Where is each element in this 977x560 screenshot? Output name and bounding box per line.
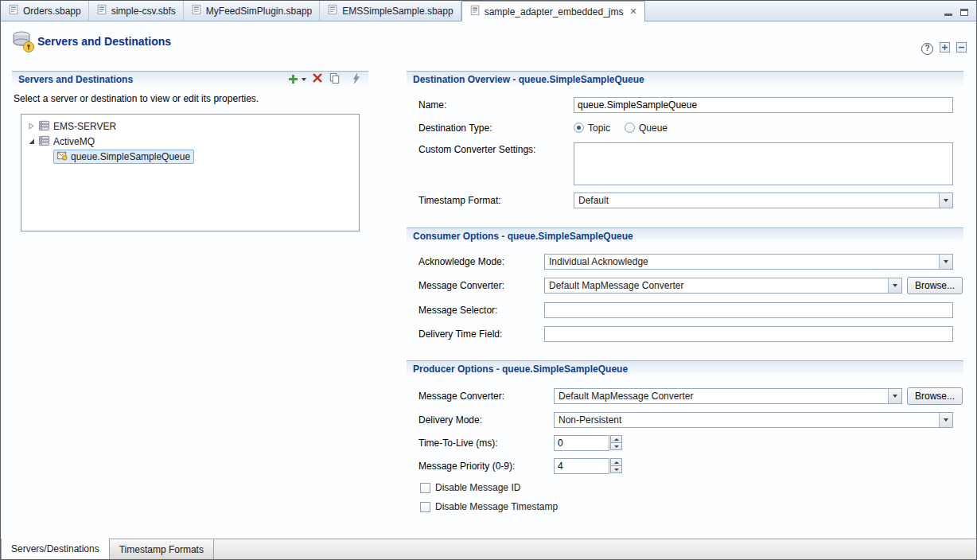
message-selector-input[interactable] bbox=[544, 302, 953, 318]
chevron-expanded-icon[interactable] bbox=[28, 138, 35, 145]
page-header: Servers and Destinations ? bbox=[1, 21, 976, 64]
editor-tab-label: sample_adapter_embedded_jms bbox=[485, 6, 624, 18]
message-priority-label: Message Priority (0-9): bbox=[418, 461, 554, 472]
message-priority-spinner bbox=[554, 458, 622, 474]
tree-item-label: queue.SimpleSampleQueue bbox=[71, 151, 190, 162]
servers-tree: EMS-SERVER ActiveMQ queue.SimpleSampleQu… bbox=[21, 114, 360, 231]
custom-converter-settings-textarea[interactable] bbox=[574, 142, 953, 185]
consumer-browse-button[interactable]: Browse... bbox=[907, 277, 963, 294]
section-title: Destination Overview - queue.SimpleSampl… bbox=[413, 74, 644, 85]
copy-button[interactable] bbox=[329, 72, 341, 87]
queue-icon bbox=[56, 150, 68, 164]
header-toolbar: ? bbox=[921, 42, 967, 55]
chevron-down-icon[interactable] bbox=[888, 389, 901, 403]
application-window: Orders.sbapp simple-csv.sbfs MyFeedSimPl… bbox=[0, 0, 977, 560]
editor-tab-sample-adapter-embedded-jms[interactable]: sample_adapter_embedded_jms ✕ bbox=[461, 1, 645, 21]
timestamp-format-combo[interactable]: Default bbox=[574, 192, 953, 208]
view-controls bbox=[944, 9, 976, 21]
expand-sections-icon[interactable] bbox=[940, 42, 950, 55]
destination-type-radio-group: Topic Queue bbox=[574, 122, 668, 134]
editor-tab-bar: Orders.sbapp simple-csv.sbfs MyFeedSimPl… bbox=[1, 1, 976, 21]
disable-message-timestamp-checkbox[interactable] bbox=[420, 502, 430, 512]
section-title: Consumer Options - queue.SimpleSampleQue… bbox=[413, 231, 633, 242]
file-icon bbox=[191, 4, 202, 18]
editor-tab-orders[interactable]: Orders.sbapp bbox=[1, 1, 89, 21]
consumer-options-section: Consumer Options - queue.SimpleSampleQue… bbox=[407, 228, 963, 348]
timestamp-format-label: Timestamp Format: bbox=[418, 195, 574, 206]
chevron-down-icon[interactable] bbox=[939, 413, 952, 427]
consumer-options-header: Consumer Options - queue.SimpleSampleQue… bbox=[407, 228, 963, 243]
time-to-live-input[interactable] bbox=[554, 435, 609, 451]
tab-timestamp-formats[interactable]: Timestamp Formats bbox=[110, 539, 214, 559]
tree-item-ems-server[interactable]: EMS-SERVER bbox=[21, 119, 359, 134]
consumer-message-converter-combo[interactable]: Default MapMessage Converter bbox=[544, 278, 902, 294]
editor-tab-simple-csv[interactable]: simple-csv.sbfs bbox=[89, 1, 184, 21]
file-icon bbox=[8, 4, 19, 18]
spinner-down-icon[interactable] bbox=[610, 442, 622, 450]
combo-value: Default bbox=[574, 193, 939, 208]
custom-converter-settings-label: Custom Converter Settings: bbox=[418, 142, 574, 155]
chevron-down-icon[interactable] bbox=[939, 255, 952, 269]
topic-radio[interactable] bbox=[574, 122, 584, 133]
producer-options-section: Producer Options - queue.SimpleSampleQue… bbox=[407, 360, 963, 519]
maximize-icon[interactable] bbox=[960, 9, 968, 16]
spinner-down-icon[interactable] bbox=[610, 465, 622, 473]
minimize-icon[interactable] bbox=[944, 9, 952, 16]
tab-servers-destinations[interactable]: Servers/Destinations bbox=[1, 539, 110, 559]
editor-tab-myfeedsimplugin[interactable]: MyFeedSimPlugin.sbapp bbox=[184, 1, 320, 21]
disable-message-id-checkbox[interactable] bbox=[420, 483, 430, 493]
editor-tab-label: Orders.sbapp bbox=[23, 6, 81, 17]
acknowledge-mode-label: Acknowledge Mode: bbox=[418, 256, 544, 267]
add-server-button[interactable] bbox=[287, 73, 306, 85]
bottom-tab-label: Timestamp Formats bbox=[119, 544, 204, 555]
chevron-down-icon[interactable] bbox=[939, 193, 952, 208]
destination-type-label: Destination Type: bbox=[418, 122, 574, 134]
producer-browse-button[interactable]: Browse... bbox=[907, 387, 963, 405]
producer-message-converter-combo[interactable]: Default MapMessage Converter bbox=[554, 388, 902, 404]
servers-toolbar bbox=[287, 72, 368, 87]
file-icon bbox=[327, 4, 338, 18]
destination-overview-header: Destination Overview - queue.SimpleSampl… bbox=[407, 71, 963, 87]
bottom-tab-label: Servers/Destinations bbox=[11, 543, 99, 554]
delete-button[interactable] bbox=[312, 72, 323, 86]
disable-message-id-label: Disable Message ID bbox=[435, 482, 520, 493]
editor-tab-label: MyFeedSimPlugin.sbapp bbox=[206, 6, 312, 17]
chevron-collapsed-icon[interactable] bbox=[28, 122, 35, 130]
queue-radio[interactable] bbox=[625, 122, 635, 133]
topic-radio-item: Topic bbox=[574, 122, 610, 134]
queue-radio-item: Queue bbox=[625, 122, 668, 134]
close-tab-icon[interactable]: ✕ bbox=[627, 6, 636, 17]
tree-item-activemq[interactable]: ActiveMQ bbox=[21, 134, 359, 149]
servers-destinations-section-header: Servers and Destinations bbox=[12, 71, 368, 87]
help-icon[interactable]: ? bbox=[921, 43, 933, 55]
message-priority-input[interactable] bbox=[554, 458, 609, 474]
tree-item-queue-simplesamplequeue[interactable]: queue.SimpleSampleQueue bbox=[21, 149, 359, 164]
page-title: Servers and Destinations bbox=[37, 35, 171, 48]
acknowledge-mode-combo[interactable]: Individual Acknowledge bbox=[544, 254, 953, 270]
name-label: Name: bbox=[418, 99, 574, 111]
name-input[interactable] bbox=[574, 97, 953, 113]
file-icon bbox=[469, 5, 481, 18]
producer-options-header: Producer Options - queue.SimpleSampleQue… bbox=[407, 360, 963, 376]
combo-value: Non-Persistent bbox=[555, 413, 939, 427]
section-title: Servers and Destinations bbox=[18, 74, 133, 85]
delivery-mode-label: Delivery Mode: bbox=[418, 414, 554, 426]
tree-item-label: EMS-SERVER bbox=[53, 121, 116, 132]
chevron-down-icon[interactable] bbox=[888, 278, 901, 293]
delivery-mode-combo[interactable]: Non-Persistent bbox=[554, 412, 953, 428]
editor-tab-emssimplesample[interactable]: EMSSimpleSample.sbapp bbox=[320, 1, 461, 21]
editor-tab-label: EMSSimpleSample.sbapp bbox=[342, 6, 453, 17]
instruction-text: Select a server or destination to view o… bbox=[14, 93, 368, 104]
consumer-message-converter-label: Message Converter: bbox=[418, 280, 544, 291]
delivery-time-field-input[interactable] bbox=[544, 326, 953, 342]
delivery-time-field-label: Delivery Time Field: bbox=[418, 329, 544, 340]
producer-message-converter-label: Message Converter: bbox=[418, 391, 554, 402]
server-icon bbox=[38, 134, 50, 149]
topic-radio-label: Topic bbox=[588, 122, 610, 134]
add-dropdown-caret-icon[interactable] bbox=[302, 78, 306, 81]
collapse-sections-icon[interactable] bbox=[956, 42, 967, 55]
selected-tree-item[interactable]: queue.SimpleSampleQueue bbox=[53, 150, 194, 164]
lightning-icon[interactable] bbox=[351, 72, 362, 87]
file-icon bbox=[96, 4, 107, 18]
bottom-tab-bar: Servers/Destinations Timestamp Formats bbox=[1, 539, 976, 559]
